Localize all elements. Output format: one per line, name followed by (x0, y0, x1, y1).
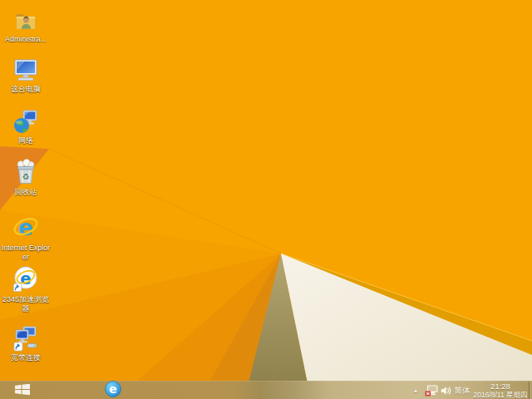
user-folder-icon (12, 5, 39, 33)
desktop-icon-2345-browser[interactable]: e 2345加速浏览器 (0, 265, 52, 313)
svg-text:e: e (109, 382, 117, 396)
desktop-icon-label: 回收站 (15, 188, 37, 197)
recycle-bin-icon: ♻ (12, 158, 39, 186)
ie-icon: e (12, 214, 39, 242)
clock-date: 2016/8/11 星期四 (473, 391, 527, 399)
ie-circle-icon: e (105, 381, 121, 399)
desktop-icon-label: 网络 (18, 136, 33, 145)
show-hidden-icons-button[interactable]: ▲ (410, 382, 421, 399)
desktop-icon-label: 这台电脑 (11, 85, 41, 94)
clock-time: 21:28 (490, 382, 510, 391)
taskbar: e ▲ (0, 381, 532, 399)
desktop-icon-internet-explorer[interactable]: e Internet Explorer (0, 214, 52, 262)
desktop-icon-label: Internet Explorer (1, 244, 51, 262)
chevron-up-icon: ▲ (413, 388, 418, 393)
windows-logo-icon (15, 383, 30, 399)
start-button[interactable] (11, 384, 34, 397)
desktop-icon-broadband[interactable]: 宽带连接 (0, 323, 52, 362)
desktop-icon-label: Administra... (5, 35, 47, 44)
ie-shortcut-icon: e (12, 265, 39, 293)
desktop-icon-recycle-bin[interactable]: ♻ 回收站 (0, 158, 52, 197)
computer-icon (12, 55, 39, 83)
show-desktop-button[interactable] (529, 382, 532, 399)
svg-text:♻: ♻ (22, 172, 30, 181)
clock[interactable]: 21:28 2016/8/11 星期四 (472, 382, 529, 399)
broadband-shortcut-icon (12, 323, 39, 352)
network-globe-icon (12, 106, 39, 135)
desktop-icon-label: 2345加速浏览器 (1, 295, 51, 313)
desktop-icon-network[interactable]: 网络 (0, 106, 52, 145)
taskbar-ie-button[interactable]: e (101, 382, 125, 399)
ime-indicator[interactable]: 简体 (452, 382, 472, 399)
network-status-icon[interactable] (424, 382, 439, 399)
wallpaper (0, 0, 532, 399)
volume-icon[interactable] (440, 382, 452, 399)
desktop-icon-administrator[interactable]: Administra... (0, 5, 52, 44)
desktop[interactable]: Administra... 这台电脑 (0, 0, 532, 399)
desktop-icon-this-pc[interactable]: 这台电脑 (0, 55, 52, 94)
desktop-icon-label: 宽带连接 (11, 353, 41, 362)
